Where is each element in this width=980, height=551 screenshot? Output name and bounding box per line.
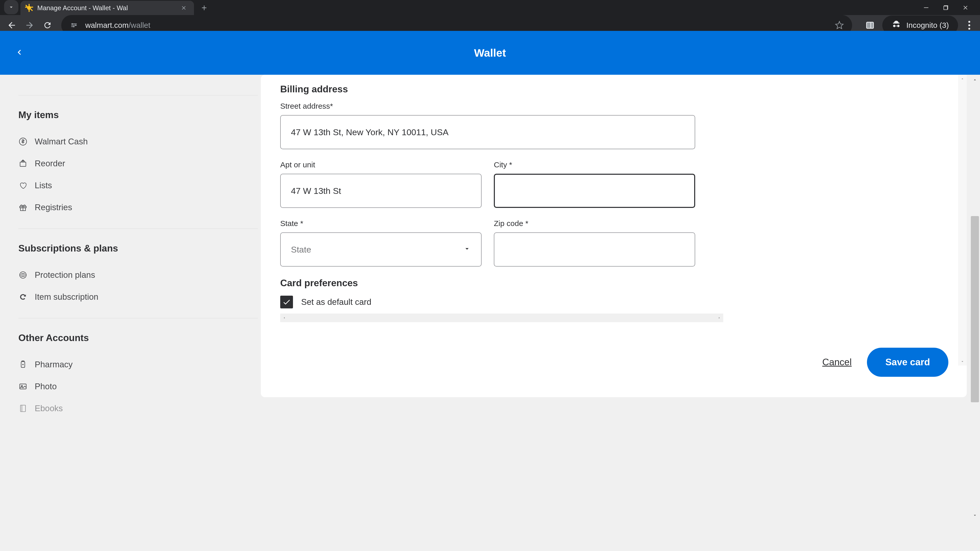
sidebar-label: Lists bbox=[35, 181, 52, 190]
button-row: Cancel Save card bbox=[261, 322, 967, 377]
reload-button[interactable] bbox=[40, 18, 55, 32]
svg-rect-19 bbox=[21, 405, 25, 412]
tab-bar: Manage Account - Wallet - Wal + bbox=[0, 0, 980, 15]
city-label: City * bbox=[494, 160, 695, 169]
apt-unit-input[interactable] bbox=[280, 174, 482, 208]
street-address-input[interactable] bbox=[280, 115, 695, 149]
svg-point-4 bbox=[75, 24, 76, 26]
default-card-checkbox[interactable] bbox=[280, 295, 293, 308]
street-label: Street address* bbox=[280, 102, 695, 110]
tab-close-button[interactable] bbox=[180, 4, 188, 12]
svg-rect-0 bbox=[924, 7, 928, 8]
site-settings-icon[interactable] bbox=[69, 20, 79, 30]
content-area: My items Walmart Cash Reorder Lists Regi… bbox=[0, 75, 980, 520]
bookmark-star-icon[interactable] bbox=[834, 20, 845, 30]
form-area: Billing address Street address* Apt or u… bbox=[280, 75, 714, 308]
header-back-button[interactable] bbox=[14, 47, 24, 59]
browser-menu-button[interactable] bbox=[963, 19, 975, 32]
zip-label: Zip code * bbox=[494, 219, 695, 228]
svg-rect-6 bbox=[867, 22, 873, 28]
scroll-left-arrow-icon[interactable] bbox=[280, 316, 288, 320]
page-header: Wallet bbox=[0, 31, 980, 75]
sidebar-heading-my-items: My items bbox=[18, 110, 245, 121]
sidebar-heading-other-accounts: Other Accounts bbox=[18, 333, 245, 343]
state-placeholder: State bbox=[291, 245, 311, 254]
sidebar-item-registries[interactable]: Registries bbox=[18, 197, 245, 218]
sidebar-label: Photo bbox=[35, 382, 57, 391]
scroll-down-arrow-icon[interactable] bbox=[970, 510, 980, 520]
svg-point-10 bbox=[968, 28, 970, 30]
close-window-button[interactable] bbox=[962, 4, 969, 11]
heart-icon bbox=[18, 181, 27, 190]
ebooks-icon bbox=[18, 404, 27, 413]
sidebar-item-ebooks[interactable]: Ebooks bbox=[18, 397, 245, 419]
minimize-button[interactable] bbox=[923, 4, 929, 11]
shield-icon bbox=[18, 270, 27, 279]
sidebar-label: Reorder bbox=[35, 159, 65, 168]
sidebar-item-item-subscription[interactable]: Item subscription bbox=[18, 286, 245, 308]
card-prefs-heading: Card preferences bbox=[280, 278, 695, 289]
tab-search-button[interactable] bbox=[4, 0, 18, 14]
sidebar: My items Walmart Cash Reorder Lists Regi… bbox=[0, 75, 258, 520]
forward-button[interactable] bbox=[22, 18, 37, 32]
incognito-label: Incognito (3) bbox=[906, 21, 949, 30]
scroll-up-arrow-icon[interactable] bbox=[958, 75, 967, 83]
maximize-button[interactable] bbox=[943, 5, 949, 11]
cash-icon bbox=[18, 137, 27, 146]
sidebar-item-photo[interactable]: Photo bbox=[18, 375, 245, 397]
sidebar-label: Item subscription bbox=[35, 292, 98, 302]
zip-code-input[interactable] bbox=[494, 232, 695, 267]
form-vertical-scrollbar[interactable] bbox=[958, 75, 967, 365]
save-card-button[interactable]: Save card bbox=[867, 348, 948, 377]
chevron-down-icon bbox=[463, 245, 471, 254]
svg-point-3 bbox=[72, 23, 73, 24]
page: Wallet My items Walmart Cash Reorder Lis… bbox=[0, 31, 980, 520]
sidebar-label: Ebooks bbox=[35, 403, 63, 413]
sidebar-heading-subscriptions: Subscriptions & plans bbox=[18, 243, 245, 254]
refresh-icon bbox=[18, 292, 27, 302]
scroll-right-arrow-icon[interactable] bbox=[715, 316, 723, 320]
page-vertical-scrollbar[interactable] bbox=[970, 75, 980, 520]
side-panel-button[interactable] bbox=[863, 18, 877, 32]
sidebar-label: Walmart Cash bbox=[35, 137, 88, 146]
sidebar-item-protection-plans[interactable]: Protection plans bbox=[18, 264, 245, 286]
new-tab-button[interactable]: + bbox=[198, 2, 210, 14]
svg-rect-12 bbox=[20, 162, 26, 166]
default-card-label: Set as default card bbox=[301, 297, 371, 307]
billing-heading: Billing address bbox=[280, 84, 695, 95]
sidebar-item-reorder[interactable]: Reorder bbox=[18, 152, 245, 175]
sidebar-label: Registries bbox=[35, 203, 72, 212]
sidebar-label: Protection plans bbox=[35, 270, 95, 280]
main-panel: Billing address Street address* Apt or u… bbox=[258, 75, 980, 520]
apt-label: Apt or unit bbox=[280, 160, 482, 169]
pharmacy-icon bbox=[18, 360, 27, 369]
sidebar-item-lists[interactable]: Lists bbox=[18, 175, 245, 197]
url-text: walmart.com/wallet bbox=[85, 21, 828, 30]
city-input[interactable] bbox=[494, 174, 695, 208]
back-button[interactable] bbox=[5, 18, 19, 32]
page-title: Wallet bbox=[474, 47, 506, 59]
svg-rect-2 bbox=[944, 6, 947, 10]
photo-icon bbox=[18, 382, 27, 391]
billing-card: Billing address Street address* Apt or u… bbox=[261, 75, 967, 397]
walmart-favicon-icon bbox=[25, 4, 33, 12]
cancel-button[interactable]: Cancel bbox=[822, 357, 852, 368]
window-controls bbox=[923, 0, 980, 15]
svg-point-9 bbox=[968, 24, 970, 26]
state-select[interactable]: State bbox=[280, 232, 482, 267]
incognito-icon bbox=[891, 20, 901, 30]
gift-icon bbox=[18, 203, 27, 212]
svg-point-5 bbox=[73, 26, 74, 27]
default-card-row: Set as default card bbox=[280, 295, 695, 308]
scroll-down-arrow-icon[interactable] bbox=[958, 357, 967, 365]
reorder-icon bbox=[18, 159, 27, 168]
state-label: State * bbox=[280, 219, 482, 228]
sidebar-item-walmart-cash[interactable]: Walmart Cash bbox=[18, 130, 245, 152]
browser-chrome: Manage Account - Wallet - Wal + walmart.… bbox=[0, 0, 980, 31]
svg-point-8 bbox=[968, 21, 970, 23]
scroll-up-arrow-icon[interactable] bbox=[970, 75, 980, 85]
tab-title: Manage Account - Wallet - Wal bbox=[37, 4, 176, 12]
form-horizontal-scrollbar[interactable] bbox=[280, 313, 723, 322]
browser-tab[interactable]: Manage Account - Wallet - Wal bbox=[21, 1, 194, 15]
sidebar-item-pharmacy[interactable]: Pharmacy bbox=[18, 354, 245, 375]
